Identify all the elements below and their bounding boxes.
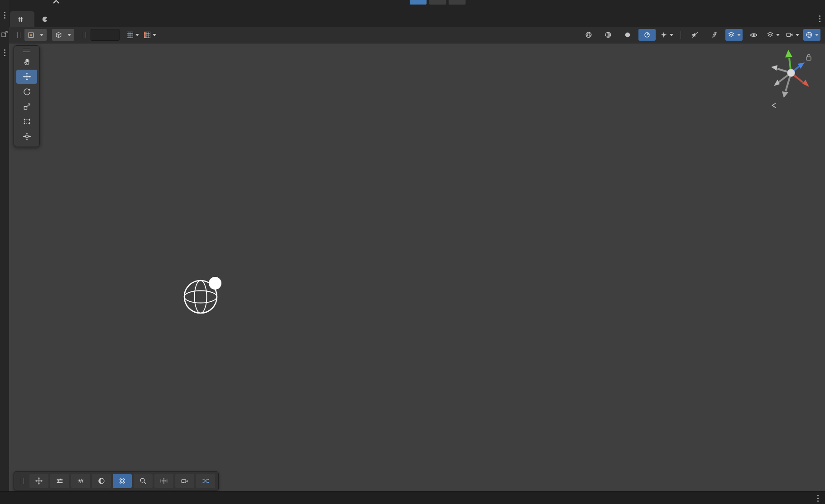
rotate-icon: [23, 87, 31, 96]
fog-toggle-button[interactable]: [619, 29, 636, 41]
grid-axis-button[interactable]: [141, 29, 158, 41]
layers-icon: [727, 31, 735, 39]
kebab-menu-icon[interactable]: [4, 49, 5, 51]
bottom-tools-toolbar: [14, 471, 219, 490]
camera-capture-button[interactable]: [175, 474, 194, 488]
sphere-view-button[interactable]: [92, 474, 111, 488]
caret-down-icon: [737, 34, 741, 36]
tab-game[interactable]: [34, 11, 59, 27]
eye-icon: [749, 31, 758, 39]
ring-circle-icon: [643, 31, 651, 39]
scene-viewport[interactable]: [9, 43, 825, 491]
persp-icon: [771, 102, 777, 109]
toolbar-grip[interactable]: [83, 32, 86, 38]
zap-slash-icon: [711, 31, 718, 38]
snap-move-button[interactable]: [154, 474, 173, 488]
lighting-toggle-button[interactable]: [600, 29, 617, 41]
status-strip: [0, 491, 825, 504]
shading-mode-button[interactable]: [580, 29, 597, 41]
audio-mute-button[interactable]: [686, 29, 704, 41]
camera-icon: [786, 31, 794, 39]
caret-down-icon: [153, 34, 156, 36]
tool-handle-position-button[interactable]: [24, 29, 47, 41]
local-cube-icon: [55, 32, 62, 38]
tool-handle-rotation-button[interactable]: [52, 29, 75, 41]
collapse-chevron-icon[interactable]: [53, 0, 60, 4]
hand-tool-button[interactable]: [16, 55, 37, 69]
search-button[interactable]: [134, 474, 153, 488]
globe-icon: [805, 31, 813, 39]
light-gizmo[interactable]: [184, 277, 221, 313]
filled-circle-icon: [624, 31, 632, 39]
move-icon: [35, 477, 43, 485]
kebab-menu-icon[interactable]: [819, 15, 820, 17]
tab-bar: [9, 0, 825, 27]
hatch-icon: [77, 477, 85, 485]
tuning-sliders-button[interactable]: [50, 474, 69, 488]
caret-down-icon: [135, 34, 139, 36]
grid-snap-icon: [126, 31, 134, 38]
pivot-center-icon: [28, 32, 34, 38]
layers-dropdown-button[interactable]: [764, 29, 782, 41]
camera-view-button[interactable]: [784, 29, 801, 41]
lock-icon[interactable]: [806, 53, 812, 61]
axis-gizmo-icon[interactable]: [758, 45, 825, 100]
game-pacman-icon: [42, 16, 48, 23]
tab-scene[interactable]: [10, 11, 34, 27]
projection-toggle[interactable]: [771, 102, 780, 109]
grid-axis-icon: [144, 31, 151, 38]
step-button[interactable]: [448, 0, 466, 5]
shuffle-button[interactable]: [196, 474, 215, 488]
snap-move-icon: [160, 477, 168, 485]
view-tabs: [10, 11, 59, 27]
kebab-menu-icon[interactable]: [4, 12, 5, 13]
pause-button[interactable]: [429, 0, 446, 5]
transform-icon: [23, 132, 31, 141]
transform-tool-button[interactable]: [16, 129, 37, 143]
unity-editor-window: [0, 0, 825, 504]
toolbar-grip[interactable]: [17, 32, 20, 38]
caret-down-icon: [40, 34, 43, 36]
diamond-grid-icon: [118, 477, 126, 485]
scene-canvas[interactable]: [9, 43, 825, 491]
caret-down-icon: [796, 34, 799, 36]
scene-grid-icon: [17, 16, 24, 23]
rotate-tool-button[interactable]: [16, 85, 37, 99]
pan-tool-button[interactable]: [29, 474, 48, 488]
voxel-grid-button[interactable]: [113, 474, 132, 488]
half-sphere-icon: [604, 31, 612, 39]
scale-icon: [23, 102, 31, 111]
toolbar-grip[interactable]: [21, 478, 24, 484]
overlay-visibility-button[interactable]: [725, 29, 743, 41]
gizmos-dropdown-button[interactable]: [803, 29, 820, 41]
effects-dropdown-button[interactable]: [658, 29, 675, 41]
caret-down-icon: [776, 34, 780, 36]
grid-snap-button[interactable]: [124, 29, 141, 41]
move-icon: [23, 72, 31, 81]
hatching-button[interactable]: [71, 474, 90, 488]
scene-view-toolbar: [9, 27, 825, 43]
hand-icon: [23, 57, 31, 66]
palette-grip[interactable]: [23, 49, 30, 52]
post-processing-toggle-button[interactable]: [638, 29, 656, 41]
layers-icon: [766, 31, 774, 39]
orientation-gizmo[interactable]: [758, 45, 825, 118]
caret-down-icon: [67, 34, 71, 36]
scale-tool-button[interactable]: [16, 100, 37, 114]
grid-size-field[interactable]: [91, 29, 120, 41]
crescent-icon: [97, 477, 106, 485]
play-button[interactable]: [409, 0, 427, 5]
scene-visibility-button[interactable]: [745, 29, 762, 41]
caret-down-icon: [670, 34, 673, 36]
move-tool-button[interactable]: [16, 70, 37, 84]
sparkle-icon: [660, 31, 668, 39]
playmode-controls: [409, 0, 466, 5]
camera-eye-icon: [181, 477, 189, 485]
caret-down-icon: [815, 34, 819, 36]
toolbar-separator: [681, 31, 681, 39]
kebab-menu-icon[interactable]: [817, 495, 819, 496]
rect-tool-button[interactable]: [16, 114, 37, 128]
shuffle-icon: [201, 477, 210, 485]
popout-window-icon[interactable]: [1, 30, 8, 38]
vfx-pause-button[interactable]: [706, 29, 723, 41]
